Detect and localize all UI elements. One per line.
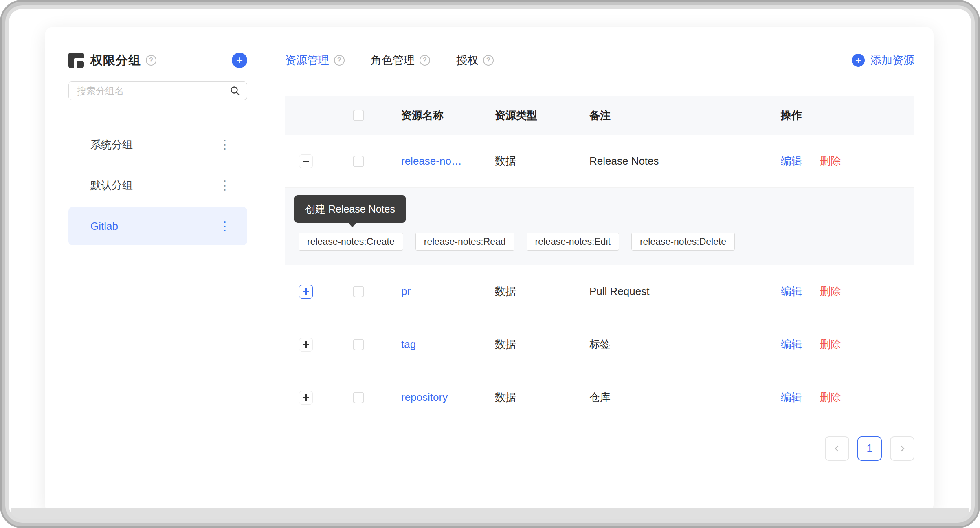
row-checkbox[interactable] bbox=[353, 156, 364, 167]
permission-tag[interactable]: release-notes:Delete bbox=[631, 233, 735, 251]
row-expansion-panel: 创建 Release Notes 操作: release-notes:Creat… bbox=[285, 188, 914, 265]
resource-remark: Pull Request bbox=[577, 285, 769, 298]
tab-label: 角色管理 bbox=[371, 53, 415, 68]
expand-row-button[interactable] bbox=[299, 391, 313, 405]
tooltip-text: 创建 Release Notes bbox=[305, 203, 395, 215]
permission-tags: release-notes:Create release-notes:Read … bbox=[299, 233, 914, 251]
delete-button[interactable]: 删除 bbox=[820, 154, 841, 168]
group-list: 系统分组 ⋮ 默认分组 ⋮ Gitlab ⋮ bbox=[68, 125, 247, 245]
table-row: pr 数据 Pull Request 编辑 删除 bbox=[285, 265, 914, 318]
expand-row-button[interactable] bbox=[299, 285, 313, 299]
group-label: 默认分组 bbox=[90, 178, 133, 193]
permission-tag[interactable]: release-notes:Read bbox=[415, 233, 514, 251]
delete-button[interactable]: 删除 bbox=[820, 337, 841, 352]
search-icon[interactable] bbox=[230, 86, 240, 96]
expand-row-button[interactable] bbox=[299, 338, 313, 352]
sidebar: 权限分组 ? + 系统分组 ⋮ 默认分组 ⋮ Gitlab ⋮ bbox=[45, 27, 267, 513]
sidebar-item-system-group[interactable]: 系统分组 ⋮ bbox=[68, 125, 247, 164]
table-row: repository 数据 仓库 编辑 删除 bbox=[285, 371, 914, 424]
group-label: 系统分组 bbox=[90, 138, 133, 152]
help-icon[interactable]: ? bbox=[146, 55, 156, 66]
row-checkbox[interactable] bbox=[353, 339, 364, 350]
page-number-button[interactable]: 1 bbox=[857, 436, 882, 461]
edit-button[interactable]: 编辑 bbox=[781, 284, 802, 299]
tab-authorization[interactable]: 授权 ? bbox=[456, 53, 494, 68]
next-page-button[interactable] bbox=[890, 436, 914, 461]
app-window: 权限分组 ? + 系统分组 ⋮ 默认分组 ⋮ Gitlab ⋮ bbox=[45, 27, 934, 513]
resource-remark: Release Notes bbox=[577, 155, 769, 167]
resource-table: 资源名称 资源类型 备注 操作 release-no… 数据 Release N… bbox=[285, 96, 914, 424]
more-menu-icon[interactable]: ⋮ bbox=[216, 177, 233, 194]
plus-icon: + bbox=[852, 54, 865, 67]
sidebar-item-gitlab[interactable]: Gitlab ⋮ bbox=[68, 207, 247, 245]
chevron-left-icon bbox=[833, 444, 842, 453]
group-search bbox=[68, 81, 247, 100]
help-icon[interactable]: ? bbox=[334, 55, 345, 66]
column-header-type: 资源类型 bbox=[483, 108, 577, 123]
column-header-actions: 操作 bbox=[769, 108, 914, 123]
tab-label: 资源管理 bbox=[285, 53, 329, 68]
edit-button[interactable]: 编辑 bbox=[781, 337, 802, 352]
chevron-right-icon bbox=[898, 444, 907, 453]
add-resource-button[interactable]: + 添加资源 bbox=[852, 53, 914, 68]
resource-type: 数据 bbox=[483, 337, 577, 352]
table-row: tag 数据 标签 编辑 删除 bbox=[285, 318, 914, 371]
column-header-name: 资源名称 bbox=[389, 108, 483, 123]
content-header: 资源管理 ? 角色管理 ? 授权 ? + 添加资源 bbox=[285, 52, 914, 68]
resource-type: 数据 bbox=[483, 284, 577, 299]
resource-remark: 仓库 bbox=[577, 390, 769, 405]
prev-page-button[interactable] bbox=[825, 436, 849, 461]
page-number: 1 bbox=[866, 442, 873, 455]
main-content: 资源管理 ? 角色管理 ? 授权 ? + 添加资源 资源名称 资源类型 bbox=[267, 27, 934, 513]
sidebar-header: 权限分组 ? + bbox=[68, 52, 247, 68]
resource-name-link[interactable]: tag bbox=[389, 338, 483, 351]
row-checkbox[interactable] bbox=[353, 286, 364, 297]
permission-tag[interactable]: release-notes:Create bbox=[299, 233, 403, 251]
resource-type: 数据 bbox=[483, 154, 577, 168]
app-logo-icon bbox=[68, 53, 84, 68]
help-icon[interactable]: ? bbox=[420, 55, 430, 66]
page-title: 权限分组 bbox=[90, 52, 141, 69]
tab-label: 授权 bbox=[456, 53, 478, 68]
row-checkbox[interactable] bbox=[353, 392, 364, 403]
column-header-remark: 备注 bbox=[577, 108, 769, 123]
tab-resource-management[interactable]: 资源管理 ? bbox=[285, 53, 345, 68]
help-icon[interactable]: ? bbox=[483, 55, 494, 66]
edit-button[interactable]: 编辑 bbox=[781, 154, 802, 168]
table-header: 资源名称 资源类型 备注 操作 bbox=[285, 96, 914, 135]
search-input[interactable] bbox=[77, 86, 226, 97]
more-menu-icon[interactable]: ⋮ bbox=[216, 136, 233, 153]
add-resource-label: 添加资源 bbox=[870, 53, 914, 68]
delete-button[interactable]: 删除 bbox=[820, 390, 841, 405]
permission-tag[interactable]: release-notes:Edit bbox=[527, 233, 619, 251]
select-all-checkbox[interactable] bbox=[353, 110, 364, 121]
collapse-row-button[interactable] bbox=[299, 154, 313, 168]
resource-name-link[interactable]: release-no… bbox=[389, 155, 483, 167]
resource-name-link[interactable]: repository bbox=[389, 391, 483, 404]
edit-button[interactable]: 编辑 bbox=[781, 390, 802, 405]
pagination: 1 bbox=[285, 436, 914, 461]
table-row: release-no… 数据 Release Notes 编辑 删除 bbox=[285, 135, 914, 188]
resource-name-link[interactable]: pr bbox=[389, 285, 483, 298]
tooltip: 创建 Release Notes bbox=[294, 195, 406, 223]
resource-type: 数据 bbox=[483, 390, 577, 405]
delete-button[interactable]: 删除 bbox=[820, 284, 841, 299]
add-group-button[interactable]: + bbox=[232, 53, 247, 68]
sidebar-item-default-group[interactable]: 默认分组 ⋮ bbox=[68, 166, 247, 205]
tab-role-management[interactable]: 角色管理 ? bbox=[371, 53, 430, 68]
resource-remark: 标签 bbox=[577, 337, 769, 352]
more-menu-icon[interactable]: ⋮ bbox=[216, 218, 233, 235]
group-label: Gitlab bbox=[90, 220, 118, 233]
